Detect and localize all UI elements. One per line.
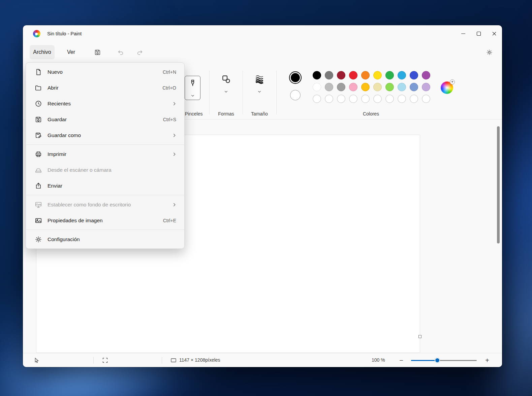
menu-item-fondo-escritorio[interactable]: Establecer como fondo de escritorio (26, 197, 184, 212)
menu-item-guardar[interactable]: GuardarCtrl+S (26, 111, 184, 127)
minimize-icon (460, 30, 467, 37)
menu-ver[interactable]: Ver (62, 45, 80, 59)
empty-color-slot[interactable] (313, 95, 321, 103)
color-swatch[interactable] (361, 71, 370, 79)
save-icon (94, 49, 101, 56)
chevron-down-icon (257, 89, 262, 94)
shapes-button[interactable] (217, 74, 236, 105)
color-swatch[interactable] (373, 71, 382, 79)
empty-color-slot[interactable] (398, 95, 406, 103)
quick-save-button[interactable] (91, 45, 104, 59)
menu-item-label: Establecer como fondo de escritorio (48, 202, 171, 208)
menu-item-escaner[interactable]: Desde el escáner o cámara (26, 162, 184, 178)
empty-color-slot[interactable] (325, 95, 333, 103)
maximize-button[interactable] (471, 25, 487, 42)
menu-item-shortcut: Ctrl+N (163, 69, 176, 75)
menu-item-recientes[interactable]: Recientes (26, 96, 184, 111)
zoom-out-button[interactable]: − (396, 355, 406, 365)
empty-color-slot[interactable] (337, 95, 345, 103)
window-title: Sin título - Paint (47, 25, 82, 42)
canvas-resize-handle[interactable] (418, 335, 421, 338)
paint-logo-icon (33, 30, 40, 37)
open-folder-icon (35, 84, 42, 92)
color-swatch[interactable] (422, 71, 430, 79)
minimize-button[interactable] (456, 25, 471, 42)
title-bar[interactable]: Sin título - Paint (23, 25, 502, 42)
undo-button[interactable] (114, 45, 127, 59)
zoom-slider[interactable] (411, 357, 477, 363)
save-icon (35, 116, 42, 123)
empty-color-slot[interactable] (422, 95, 430, 103)
color-swatch[interactable] (361, 83, 370, 91)
close-button[interactable] (487, 25, 502, 42)
menu-item-nuevo[interactable]: NuevoCtrl+N (26, 64, 184, 80)
chevron-right-icon (171, 151, 178, 157)
color-swatch[interactable] (325, 83, 333, 91)
chevron-right-icon (171, 202, 178, 208)
color-swatch[interactable] (349, 83, 357, 91)
foreground-color (291, 73, 300, 82)
gear-icon (35, 236, 42, 243)
window-controls (456, 25, 502, 42)
plus-icon: + (450, 79, 455, 85)
color-swatch[interactable] (385, 83, 394, 91)
chevron-right-icon (171, 101, 178, 107)
undo-icon (117, 49, 124, 56)
toolbar-separator (209, 71, 210, 114)
color-swatch[interactable] (349, 71, 357, 79)
size-button[interactable] (250, 74, 269, 105)
empty-color-slot[interactable] (410, 95, 418, 103)
color-swatch[interactable] (422, 83, 430, 91)
menu-item-label: Recientes (48, 101, 171, 107)
menu-item-imprimir[interactable]: Imprimir (26, 146, 184, 162)
scanner-icon (35, 166, 42, 174)
menu-item-label: Nuevo (48, 69, 163, 75)
foreground-color-well[interactable] (289, 71, 302, 84)
color-picker-button[interactable]: + (441, 81, 453, 94)
share-icon (35, 182, 42, 190)
menu-item-label: Imprimir (48, 151, 171, 157)
color-swatch[interactable] (325, 71, 333, 79)
empty-color-slot[interactable] (349, 95, 357, 103)
menu-item-abrir[interactable]: AbrirCtrl+O (26, 80, 184, 96)
new-file-icon (35, 68, 42, 76)
empty-color-slot[interactable] (373, 95, 382, 103)
menu-item-shortcut: Ctrl+S (163, 117, 176, 122)
background-color-well[interactable] (290, 90, 301, 100)
brush-tool-button[interactable] (185, 76, 200, 100)
printer-icon (35, 151, 42, 158)
color-swatch[interactable] (410, 83, 418, 91)
color-swatch[interactable] (337, 83, 345, 91)
wallpaper-icon (35, 201, 42, 208)
empty-color-slot[interactable] (385, 95, 394, 103)
menu-item-shortcut: Ctrl+E (163, 218, 176, 223)
zoom-in-button[interactable]: + (482, 355, 492, 365)
color-swatch[interactable] (373, 83, 382, 91)
shapes-icon (221, 74, 231, 84)
color-swatch[interactable] (385, 71, 394, 79)
color-swatch[interactable] (337, 71, 345, 79)
selection-size-icon (102, 357, 108, 364)
menu-separator (26, 195, 184, 195)
menu-archivo[interactable]: Archivo (30, 45, 55, 59)
toolbar-separator (243, 71, 243, 114)
menu-item-guardar-como[interactable]: Guardar como (26, 127, 184, 143)
settings-button[interactable] (482, 45, 496, 59)
redo-button[interactable] (133, 45, 147, 59)
color-swatch[interactable] (398, 71, 406, 79)
paint-window: Sin título - Paint Archivo Ver (23, 25, 502, 367)
empty-color-slot[interactable] (361, 95, 370, 103)
menu-item-shortcut: Ctrl+O (162, 85, 176, 91)
color-swatch[interactable] (313, 71, 321, 79)
color-swatch[interactable] (410, 71, 418, 79)
menu-item-enviar[interactable]: Enviar (26, 178, 184, 194)
color-swatch[interactable] (313, 83, 321, 91)
menu-item-propiedades[interactable]: Propiedades de imagenCtrl+E (26, 212, 184, 228)
menu-item-configuracion[interactable]: Configuración (26, 231, 184, 247)
color-swatch[interactable] (398, 83, 406, 91)
zoom-slider-thumb[interactable] (435, 358, 440, 363)
image-properties-icon (35, 217, 42, 224)
menu-item-label: Desde el escáner o cámara (48, 167, 184, 173)
maximize-icon (475, 30, 482, 37)
vertical-scrollbar[interactable] (497, 126, 500, 243)
